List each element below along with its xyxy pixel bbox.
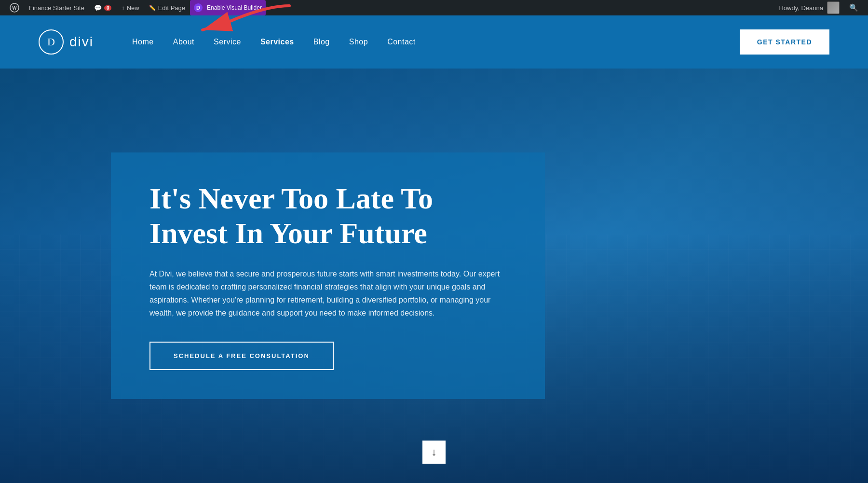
hero-subtitle: At Divi, we believe that a secure and pr… — [149, 267, 506, 320]
admin-bar-user: Howdy, Deanna — [774, 1, 844, 14]
admin-bar: W Finance Starter Site 💬 0 + New ✏️ Edit… — [0, 0, 868, 15]
admin-bar-edit-page[interactable]: ✏️ Edit Page — [144, 0, 190, 15]
admin-bar-divi-builder[interactable]: D Enable Visual Builder — [190, 0, 266, 15]
logo-text: divi — [69, 34, 94, 50]
nav-home[interactable]: Home — [132, 38, 154, 46]
site-header: D divi Home About Service Services Blog … — [0, 15, 868, 69]
nav-services[interactable]: Services — [260, 38, 294, 46]
nav-about[interactable]: About — [173, 38, 194, 46]
arrow-down-icon: ↓ — [432, 446, 437, 458]
svg-text:W: W — [12, 5, 17, 11]
admin-bar-site-name[interactable]: Finance Starter Site — [24, 0, 89, 15]
scroll-down-button[interactable]: ↓ — [422, 441, 446, 464]
hero-content: It's Never Too Late To Invest In Your Fu… — [111, 152, 545, 399]
logo-area[interactable]: D divi — [39, 29, 94, 55]
nav-service[interactable]: Service — [214, 38, 241, 46]
hero-section: It's Never Too Late To Invest In Your Fu… — [0, 69, 868, 483]
get-started-button[interactable]: GET STARTED — [740, 29, 829, 55]
nav-blog[interactable]: Blog — [313, 38, 330, 46]
schedule-consultation-button[interactable]: SCHEDULE A FREE CONSULTATION — [149, 342, 334, 370]
avatar — [827, 1, 840, 14]
admin-bar-wp-logo[interactable]: W — [5, 0, 24, 15]
admin-bar-new[interactable]: + New — [116, 0, 144, 15]
admin-bar-comments[interactable]: 💬 0 — [89, 0, 117, 15]
logo-icon: D — [39, 29, 64, 55]
nav-links: Home About Service Services Blog Shop Co… — [132, 38, 740, 46]
hero-title: It's Never Too Late To Invest In Your Fu… — [149, 181, 506, 250]
admin-bar-right: Howdy, Deanna 🔍 — [774, 1, 863, 14]
admin-bar-search-icon[interactable]: 🔍 — [844, 3, 863, 12]
nav-contact[interactable]: Contact — [387, 38, 416, 46]
nav-shop[interactable]: Shop — [349, 38, 368, 46]
